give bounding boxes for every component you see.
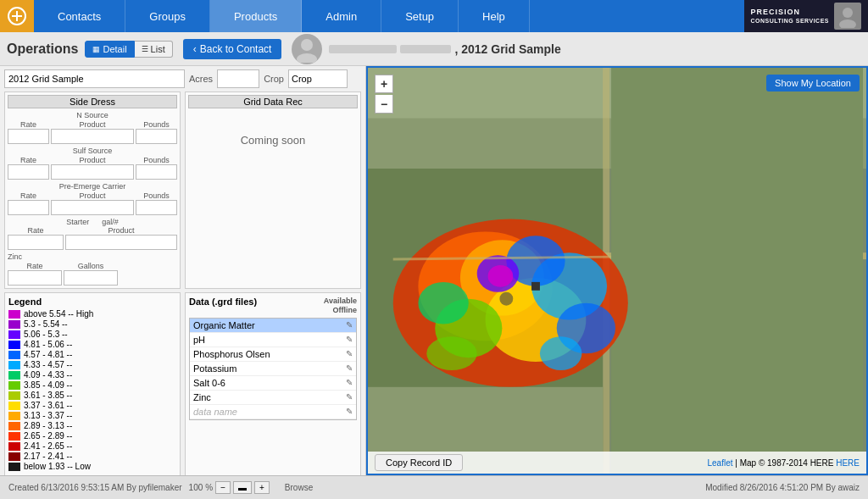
legend-item: 5.3 - 5.54 --: [8, 319, 176, 329]
pre-product-col: Product: [51, 191, 134, 215]
edit-icon[interactable]: ✎: [346, 320, 353, 330]
acres-crop-area: Acres Crop: [189, 69, 361, 88]
sulf-product-label: Product: [79, 156, 105, 164]
pre-product-label: Product: [79, 191, 105, 200]
nav-item-admin[interactable]: Admin: [302, 0, 381, 32]
pre-pounds-input[interactable]: [136, 200, 177, 215]
nav-item-setup[interactable]: Setup: [381, 0, 459, 32]
zoom-slider-btn[interactable]: ▬: [233, 481, 252, 494]
contact-name-bar1: [329, 45, 397, 53]
crop-input[interactable]: [288, 69, 348, 88]
edit-icon[interactable]: ✎: [346, 392, 353, 402]
legend-item-label: 4.09 - 4.33 --: [24, 370, 72, 380]
map-credit-text: | Map © 1987-2014 HERE: [735, 458, 833, 468]
nav-item-groups[interactable]: Groups: [125, 0, 210, 32]
edit-icon[interactable]: ✎: [346, 378, 353, 387]
left-panel: Acres Crop Side Dress N Source Rate: [0, 66, 366, 475]
detail-icon: ▦: [92, 45, 100, 53]
crop-label: Crop: [264, 74, 284, 84]
copy-record-button[interactable]: Copy Record ID: [375, 454, 463, 471]
sulf-rate-input[interactable]: [8, 164, 49, 180]
data-item[interactable]: Zinc✎: [190, 391, 356, 405]
nav-logo[interactable]: [0, 0, 34, 32]
data-item-name: data name: [193, 407, 237, 417]
zinc-label: Zinc: [8, 252, 177, 261]
nav-avatar: [834, 3, 861, 30]
sample-name-input[interactable]: [4, 69, 185, 88]
legend-item: 2.89 - 3.13 --: [8, 421, 176, 430]
detail-list-toggle: ▦ Detail ☰ List: [85, 41, 172, 58]
legend-item-label: 5.3 - 5.54 --: [24, 319, 68, 329]
here-link[interactable]: HERE: [836, 458, 860, 468]
legend-item-label: 4.57 - 4.81 --: [24, 350, 72, 359]
data-item[interactable]: Potassium✎: [190, 362, 356, 376]
sulf-source-row: Sulf Source Rate Product Pounds: [8, 147, 177, 180]
svg-point-1: [843, 8, 853, 18]
n-pounds-input[interactable]: [136, 129, 177, 144]
legend-item-label: 3.37 - 3.61 --: [24, 401, 72, 410]
sulf-rate-label: Rate: [20, 156, 36, 164]
n-rate-input[interactable]: [8, 129, 49, 144]
legend-color-swatch: [8, 391, 20, 400]
legend-color-swatch: [8, 310, 20, 319]
contact-name-bar2: [400, 45, 451, 53]
sulf-product-input[interactable]: [51, 164, 134, 180]
data-item-name: Zinc: [193, 392, 211, 402]
sulf-pounds-input[interactable]: [136, 164, 177, 180]
edit-icon[interactable]: ✎: [346, 349, 353, 358]
list-button[interactable]: ☰ List: [135, 41, 173, 58]
n-pounds-col: Pounds: [136, 120, 177, 144]
svg-point-25: [426, 336, 476, 370]
edit-icon[interactable]: ✎: [346, 335, 353, 344]
zoom-out-btn[interactable]: −: [215, 481, 231, 494]
pre-rate-input[interactable]: [8, 200, 49, 215]
legend-item: 2.17 - 2.41 --: [8, 452, 176, 461]
data-item[interactable]: data name✎: [190, 405, 356, 419]
show-location-button[interactable]: Show My Location: [766, 75, 860, 91]
acres-input[interactable]: [217, 69, 259, 88]
zinc-rate-input[interactable]: [8, 270, 62, 286]
detail-button[interactable]: ▦ Detail: [85, 41, 134, 58]
edit-icon[interactable]: ✎: [346, 363, 353, 373]
starter-label: Starter: [66, 218, 89, 226]
top-nav: Contacts Groups Products Admin Setup Hel…: [0, 0, 868, 32]
data-item[interactable]: pH✎: [190, 333, 356, 347]
n-source-row: N Source Rate Product Pounds: [8, 111, 177, 144]
legend-section: Legend above 5.54 -- High5.3 - 5.54 --5.…: [4, 292, 181, 475]
legend-color-swatch: [8, 422, 20, 430]
starter-product-label: Product: [108, 226, 134, 235]
legend-color-swatch: [8, 341, 20, 349]
nav-item-contacts[interactable]: Contacts: [34, 0, 125, 32]
legend-color-swatch: [8, 463, 20, 471]
starter-product-input[interactable]: [65, 235, 177, 250]
legend-item-label: 4.81 - 5.06 --: [24, 340, 72, 349]
starter-rate-input[interactable]: [8, 235, 64, 250]
n-product-input[interactable]: [51, 129, 134, 144]
zinc-rate-col: Rate: [8, 262, 62, 286]
zinc-section: Zinc Rate Gallons: [8, 252, 177, 286]
sulf-product-col: Product: [51, 156, 134, 180]
back-to-contact-button[interactable]: ‹ Back to Contact: [183, 39, 282, 59]
data-item[interactable]: Phosphorus Olsen✎: [190, 347, 356, 362]
zinc-gallons-input[interactable]: [64, 270, 118, 286]
top-sections: Side Dress N Source Rate Product: [4, 91, 361, 289]
data-item-name: Potassium: [193, 363, 236, 374]
map-zoom-plus[interactable]: +: [375, 75, 393, 93]
map-zoom-minus[interactable]: −: [375, 95, 393, 114]
svg-rect-11: [611, 68, 863, 474]
data-item[interactable]: Salt 0-6✎: [190, 376, 356, 391]
zoom-in-btn[interactable]: +: [254, 481, 270, 494]
starter-rate-label: Rate: [27, 226, 43, 235]
nav-item-products[interactable]: Products: [210, 0, 302, 32]
pre-product-input[interactable]: [51, 200, 134, 215]
leaflet-link[interactable]: Leaflet: [707, 458, 732, 468]
main-area: Acres Crop Side Dress N Source Rate: [0, 66, 868, 475]
data-item[interactable]: Organic Matter✎: [190, 319, 356, 333]
data-file-list: Organic Matter✎pH✎Phosphorus Olsen✎Potas…: [189, 318, 357, 420]
edit-icon[interactable]: ✎: [346, 407, 353, 416]
nav-item-help[interactable]: Help: [459, 0, 530, 32]
svg-point-27: [499, 292, 513, 306]
nav-brand: PRECISION CONSULTING SERVICES: [744, 0, 868, 32]
svg-point-3: [301, 39, 313, 51]
pre-rate-label: Rate: [20, 191, 36, 200]
